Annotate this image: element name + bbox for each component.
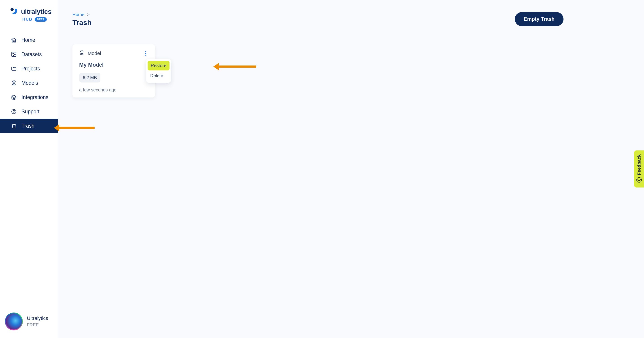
sidebar-item-home[interactable]: Home bbox=[0, 33, 58, 47]
sidebar-item-label: Trash bbox=[22, 123, 34, 129]
sidebar-item-label: Datasets bbox=[22, 52, 42, 58]
sidebar-item-label: Integrations bbox=[22, 94, 48, 100]
sidebar-item-integrations[interactable]: Integrations bbox=[0, 90, 58, 104]
annotation-arrow-trash bbox=[54, 124, 94, 132]
logo[interactable]: ultralytics HUB BETA bbox=[0, 0, 58, 26]
beta-badge: BETA bbox=[35, 17, 47, 22]
sidebar-item-label: Support bbox=[22, 109, 40, 115]
card-dropdown: Restore Delete bbox=[146, 59, 171, 83]
card-type: Model bbox=[88, 50, 101, 56]
feedback-tab[interactable]: Feedback bbox=[634, 150, 644, 188]
folder-icon bbox=[11, 66, 17, 72]
card-menu-button[interactable] bbox=[143, 50, 149, 56]
brand-sub: HUB bbox=[22, 17, 32, 22]
feedback-label: Feedback bbox=[636, 154, 642, 175]
main: Home > Trash Empty Trash Model My Model … bbox=[58, 0, 644, 338]
svg-point-2 bbox=[13, 53, 14, 54]
card-size-badge: 6.2 MB bbox=[79, 73, 100, 82]
card-title: My Model bbox=[79, 62, 149, 68]
brand-name: ultralytics bbox=[21, 8, 52, 16]
trash-item-card: Model My Model 6.2 MB a few seconds ago … bbox=[72, 44, 155, 98]
user-plan: FREE bbox=[27, 322, 48, 328]
empty-trash-button[interactable]: Empty Trash bbox=[515, 12, 564, 26]
command-icon bbox=[79, 50, 84, 57]
sidebar-nav: Home Datasets Projects Models bbox=[0, 33, 58, 133]
svg-point-4 bbox=[14, 113, 14, 113]
svg-point-0 bbox=[10, 8, 14, 11]
sidebar-item-support[interactable]: Support bbox=[0, 104, 58, 119]
user-name: Ultralytics bbox=[27, 315, 48, 322]
sidebar-item-label: Projects bbox=[22, 66, 40, 72]
annotation-arrow-restore bbox=[213, 63, 256, 70]
menu-restore[interactable]: Restore bbox=[148, 61, 170, 70]
sidebar-item-models[interactable]: Models bbox=[0, 76, 58, 90]
trash-icon bbox=[11, 123, 17, 129]
breadcrumb-home[interactable]: Home bbox=[72, 12, 84, 17]
sidebar-item-label: Home bbox=[22, 37, 35, 43]
layers-icon bbox=[11, 94, 17, 100]
help-icon bbox=[11, 108, 17, 115]
sidebar-item-trash[interactable]: Trash bbox=[0, 119, 58, 133]
svg-point-5 bbox=[145, 51, 146, 52]
svg-point-6 bbox=[145, 53, 146, 54]
brand-mark-icon bbox=[9, 7, 19, 16]
sidebar: ultralytics HUB BETA Home Datasets bbox=[0, 0, 58, 338]
image-icon bbox=[11, 51, 17, 58]
smile-icon bbox=[636, 177, 642, 183]
card-timestamp: a few seconds ago bbox=[79, 88, 149, 92]
sidebar-item-projects[interactable]: Projects bbox=[0, 62, 58, 76]
svg-point-7 bbox=[145, 55, 146, 56]
menu-delete[interactable]: Delete bbox=[146, 70, 171, 81]
command-icon bbox=[11, 80, 17, 86]
sidebar-item-datasets[interactable]: Datasets bbox=[0, 47, 58, 62]
breadcrumb-sep: > bbox=[87, 12, 90, 17]
home-icon bbox=[11, 37, 17, 43]
avatar bbox=[5, 312, 23, 330]
sidebar-item-label: Models bbox=[22, 80, 38, 86]
sidebar-user[interactable]: Ultralytics FREE bbox=[0, 307, 58, 338]
